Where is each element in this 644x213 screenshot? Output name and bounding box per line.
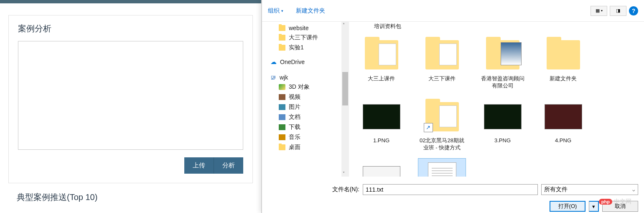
open-button[interactable]: 打开(O) [550, 201, 585, 212]
file-item[interactable]: 香港智盈咨询顾问有限公司 [479, 34, 527, 92]
help-icon[interactable]: ? [629, 6, 638, 15]
folder-icon [279, 35, 285, 41]
file-label: 香港智盈咨询顾问有限公司 [479, 75, 526, 90]
file-item-selected[interactable]: 111.txt [418, 158, 466, 177]
scroll-up-icon[interactable]: ˄ [343, 23, 345, 27]
file-label: 3.PNG [494, 137, 511, 144]
case-textarea[interactable] [18, 41, 243, 150]
video-icon [279, 94, 285, 100]
card-title: 案例分析 [18, 23, 243, 34]
nav-label: 视频 [289, 93, 300, 101]
dialog-body: website 大三下课件 实验1 ☁OneDrive 🖳wjk 3D 对象 视… [262, 22, 644, 177]
file-item[interactable]: 3.PNG [479, 96, 527, 154]
dialog-toolbar: 组织 新建文件夹 ▦ ◨ ? [262, 0, 644, 22]
file-label: 1.PNG [373, 137, 389, 144]
scroll-thumb[interactable] [342, 72, 348, 105]
nav-label: 文档 [289, 113, 300, 121]
file-item[interactable]: 5.PNG [357, 158, 405, 177]
folder-thumb-icon [486, 40, 519, 69]
new-folder-button[interactable]: 新建文件夹 [296, 7, 325, 15]
folder-icon [279, 144, 285, 150]
file-item[interactable]: ↗02北京黑马28期就业班 - 快捷方式 [418, 96, 466, 154]
subtitle: 典型案例推送(Top 10) [17, 192, 261, 203]
folder-icon [279, 45, 285, 51]
toolbar-right: ▦ ◨ ? [591, 6, 638, 16]
button-row: 上传 分析 [18, 157, 243, 174]
folder-thumb-icon [365, 40, 398, 69]
nav-item-pc[interactable]: 🖳wjk [270, 73, 341, 82]
image-icon [279, 104, 285, 110]
image-thumb-icon [484, 104, 522, 129]
analysis-card: 案例分析 上传 分析 [8, 15, 253, 183]
dialog-footer: 文件名(N): 所有文件 打开(O) ▾ 取消 [262, 177, 644, 213]
organize-dropdown[interactable]: 组织 [268, 7, 283, 15]
cloud-icon: ☁ [270, 58, 277, 66]
document-icon [279, 114, 285, 120]
nav-label: 图片 [289, 103, 300, 111]
cancel-button[interactable]: 取消 [602, 201, 638, 212]
image-thumb-icon [363, 104, 400, 129]
filter-label: 所有文件 [544, 186, 568, 193]
top-bar [0, 0, 261, 3]
nav-item-onedrive[interactable]: ☁OneDrive [270, 57, 341, 67]
nav-label: 实验1 [289, 44, 304, 51]
nav-label: 音乐 [289, 133, 300, 141]
grid-header: 培训资料包 [357, 22, 640, 30]
filename-label: 文件名(N): [329, 186, 359, 193]
folder-icon [279, 25, 285, 31]
image-thumb-icon [545, 104, 582, 129]
analyze-button[interactable]: 分析 [214, 157, 243, 174]
navigation-pane[interactable]: website 大三下课件 实验1 ☁OneDrive 🖳wjk 3D 对象 视… [262, 22, 341, 177]
nav-label: 桌面 [289, 144, 300, 151]
nav-item-experiment[interactable]: 实验1 [270, 43, 341, 53]
nav-item-documents[interactable]: 文档 [270, 112, 341, 122]
thumbnail-icon: ▦ [596, 8, 600, 13]
nav-item-music[interactable]: 音乐 [270, 132, 341, 142]
file-grid: 培训资料包 大三上课件 大三下课件 香港智盈咨询顾问有限公司 新建文件夹 1.P… [349, 22, 644, 177]
file-item[interactable]: 大三下课件 [418, 34, 466, 92]
folder-thumb-icon: ↗ [425, 102, 459, 131]
upload-button[interactable]: 上传 [184, 157, 214, 174]
nav-item-downloads[interactable]: 下载 [270, 122, 341, 132]
nav-item-desktop[interactable]: 桌面 [270, 142, 341, 152]
nav-label: OneDrive [280, 59, 305, 65]
scroll-down-icon[interactable]: ˅ [343, 171, 345, 176]
preview-pane-button[interactable]: ◨ [610, 6, 626, 16]
view-mode-button[interactable]: ▦ [591, 6, 607, 16]
nav-label: 大三下课件 [289, 34, 318, 41]
pane-icon: ◨ [616, 8, 620, 13]
file-label: 4.PNG [555, 137, 571, 144]
pc-icon: 🖳 [270, 74, 276, 81]
file-label: 大三下课件 [428, 75, 456, 82]
nav-item-website[interactable]: website [270, 23, 341, 33]
nav-label: 下载 [289, 123, 300, 131]
filename-row: 文件名(N): 所有文件 [262, 184, 638, 195]
file-item[interactable]: 4.PNG [539, 96, 587, 154]
open-dropdown-button[interactable]: ▾ [589, 201, 599, 212]
toolbar-left: 组织 新建文件夹 [268, 7, 325, 15]
file-item[interactable]: 大三上课件 [357, 34, 405, 92]
file-filter-dropdown[interactable]: 所有文件 [541, 184, 638, 195]
dialog-button-row: 打开(O) ▾ 取消 [262, 201, 638, 212]
nav-item-video[interactable]: 视频 [270, 92, 341, 102]
nav-label: website [289, 25, 308, 31]
filename-input[interactable] [363, 184, 538, 195]
music-icon [279, 134, 285, 140]
file-label: 新建文件夹 [550, 75, 577, 82]
webpage-panel: 案例分析 上传 分析 典型案例推送(Top 10) [0, 0, 261, 213]
file-open-dialog: 组织 新建文件夹 ▦ ◨ ? website 大三下课件 实验1 ☁OneDri… [261, 0, 644, 213]
files-container: 大三上课件 大三下课件 香港智盈咨询顾问有限公司 新建文件夹 1.PNG ↗02… [357, 34, 640, 177]
folder-thumb-icon [547, 40, 580, 69]
download-icon [279, 124, 285, 130]
image-thumb-icon [363, 166, 400, 177]
nav-item-3d[interactable]: 3D 对象 [270, 82, 341, 92]
shortcut-icon: ↗ [424, 123, 433, 132]
nav-item-pictures[interactable]: 图片 [270, 102, 341, 112]
nav-label: 3D 对象 [289, 83, 310, 91]
nav-scrollbar[interactable]: ˄ ˅ [341, 22, 349, 177]
file-label: 大三上课件 [368, 75, 395, 82]
file-item[interactable]: 新建文件夹 [539, 34, 587, 92]
nav-item-courseware[interactable]: 大三下课件 [270, 33, 341, 43]
obj-icon [279, 84, 285, 90]
file-item[interactable]: 1.PNG [357, 96, 405, 154]
